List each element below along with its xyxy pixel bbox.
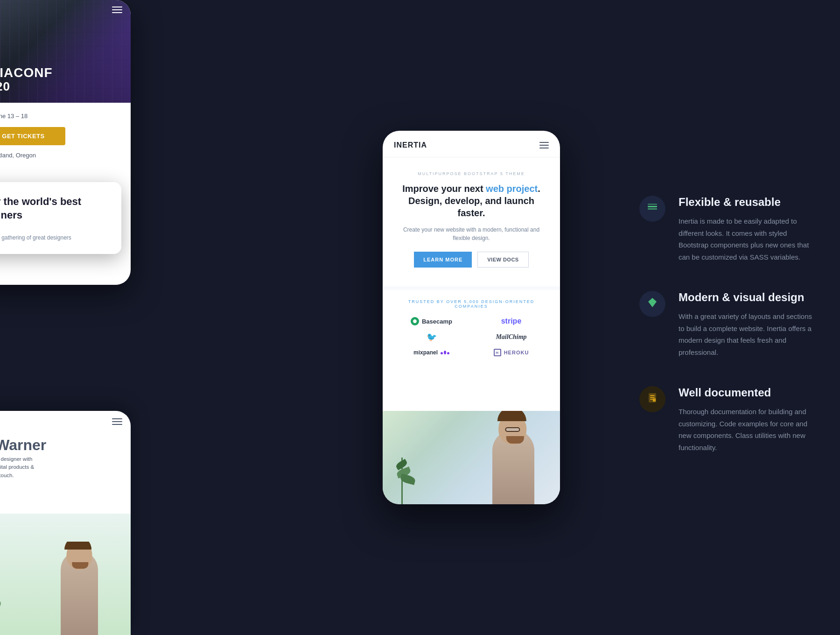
svg-rect-5 bbox=[650, 395, 655, 396]
stripe-logo: stripe bbox=[474, 317, 549, 325]
conference-content: June 13 – 18 GET TICKETS Portland, Orego… bbox=[0, 103, 131, 168]
inertia-menu-icon[interactable] bbox=[539, 142, 549, 148]
basecamp-logo: Basecamp bbox=[394, 317, 469, 325]
basecamp-icon bbox=[411, 317, 419, 325]
center-panel: INERTIA MULTIPURPOSE BOOTSTRAP 5 THEME I… bbox=[317, 0, 625, 635]
view-docs-button[interactable]: VIEW DOCS bbox=[477, 252, 528, 268]
svg-rect-0 bbox=[648, 206, 657, 207]
phone-mockup-portfolio: rl Warner t-driven designer with ding di… bbox=[0, 411, 131, 635]
inertia-phone-mockup: INERTIA MULTIPURPOSE BOOTSTRAP 5 THEME I… bbox=[383, 131, 560, 504]
left-panel: RTIACONF 2020 June 13 – 18 GET TICKETS P… bbox=[0, 0, 317, 635]
inertia-trusted-section: TRUSTED BY OVER 5,000 DESIGN-ORIENTED CO… bbox=[383, 290, 560, 366]
heroku-logo: H HEROKU bbox=[474, 349, 549, 356]
layers-icon bbox=[646, 201, 658, 216]
conference-location: Portland, Oregon bbox=[0, 152, 121, 159]
svg-rect-2 bbox=[648, 204, 657, 205]
feature-desc-modern: With a great variety of layouts and sect… bbox=[679, 310, 817, 358]
feature-flexible: Flexible & reusable Inertia is made to b… bbox=[639, 196, 817, 263]
get-tickets-button[interactable]: GET TICKETS bbox=[0, 127, 65, 145]
portfolio-name: rl Warner bbox=[0, 432, 131, 455]
inertia-logo: INERTIA bbox=[394, 141, 427, 149]
inertia-header: INERTIA bbox=[383, 131, 560, 157]
conference-title: RTIACONF 2020 bbox=[0, 66, 53, 93]
mailchimp-logo: MailChimp bbox=[474, 332, 549, 342]
feature-title-documented: Well documented bbox=[679, 386, 817, 399]
feature-title-modern: Modern & visual design bbox=[679, 291, 817, 304]
document-icon bbox=[646, 392, 658, 407]
right-panel: Flexible & reusable Inertia is made to b… bbox=[625, 0, 840, 635]
inertia-hero-section: MULTIPURPOSE BOOTSTRAP 5 THEME Improve y… bbox=[383, 157, 560, 286]
feature-content-flexible: Flexible & reusable Inertia is made to b… bbox=[679, 196, 817, 263]
conference-nav-icon[interactable] bbox=[112, 7, 122, 13]
feature-content-modern: Modern & visual design With a great vari… bbox=[679, 291, 817, 358]
feature-content-documented: Well documented Thorough documentation f… bbox=[679, 386, 817, 453]
diamond-icon bbox=[646, 296, 658, 311]
svg-rect-1 bbox=[648, 208, 657, 210]
feature-icon-wrap-modern bbox=[639, 291, 665, 317]
designers-card: ed by the world's best designers the lar… bbox=[0, 182, 121, 254]
portfolio-menu-icon[interactable] bbox=[112, 418, 122, 425]
twitter-bird-icon: 🐦 bbox=[427, 332, 437, 342]
inertia-cta-buttons: LEARN MORE VIEW DOCS bbox=[394, 252, 549, 268]
feature-title-flexible: Flexible & reusable bbox=[679, 196, 817, 209]
inertia-badge: MULTIPURPOSE BOOTSTRAP 5 THEME bbox=[394, 171, 549, 176]
feature-icon-wrap-flexible bbox=[639, 196, 665, 222]
designers-card-title: ed by the world's best designers bbox=[0, 195, 110, 222]
feature-documented: Well documented Thorough documentation f… bbox=[639, 386, 817, 453]
conference-hero-image: RTIACONF 2020 bbox=[0, 0, 131, 103]
feature-modern: Modern & visual design With a great vari… bbox=[639, 291, 817, 358]
svg-marker-3 bbox=[648, 298, 657, 307]
learn-more-button[interactable]: LEARN MORE bbox=[414, 252, 472, 268]
company-logos-grid: Basecamp stripe 🐦 MailChimp mixpanel bbox=[394, 317, 549, 356]
trusted-label: TRUSTED BY OVER 5,000 DESIGN-ORIENTED CO… bbox=[394, 299, 549, 309]
twitter-logo: 🐦 bbox=[394, 332, 469, 342]
portfolio-hero-image bbox=[0, 514, 131, 635]
inertia-subheadline: Create your new website with a modern, f… bbox=[394, 226, 549, 242]
mixpanel-icon bbox=[441, 351, 449, 354]
inertia-section-divider bbox=[383, 286, 560, 290]
portfolio-description: t-driven designer with ding digital prod… bbox=[0, 455, 131, 480]
designers-card-sub: the largest gathering of great designers bbox=[0, 234, 110, 241]
svg-rect-6 bbox=[650, 397, 655, 398]
feature-desc-flexible: Inertia is made to be easily adapted to … bbox=[679, 215, 817, 263]
conference-date: June 13 – 18 bbox=[0, 112, 121, 120]
portfolio-nav bbox=[0, 411, 131, 432]
svg-rect-7 bbox=[650, 399, 653, 400]
person-image bbox=[476, 413, 551, 504]
heroku-icon: H bbox=[494, 349, 501, 356]
inertia-headline: Improve your next web project. Design, d… bbox=[394, 183, 549, 219]
feature-icon-wrap-documented bbox=[639, 386, 665, 412]
inertia-phone-bottom-image bbox=[383, 411, 560, 504]
feature-desc-documented: Thorough documentation for building and … bbox=[679, 406, 817, 453]
mixpanel-logo: mixpanel bbox=[394, 349, 469, 356]
plant-decoration bbox=[392, 430, 420, 504]
